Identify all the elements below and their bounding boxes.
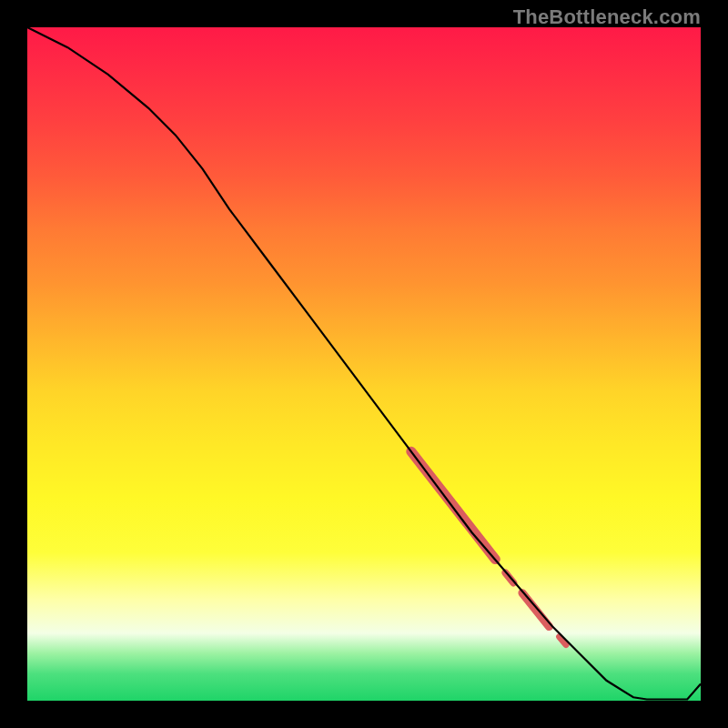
watermark-text: TheBottleneck.com xyxy=(513,5,701,29)
chart-frame: TheBottleneck.com xyxy=(0,0,728,728)
plot-gradient-background xyxy=(27,27,701,701)
